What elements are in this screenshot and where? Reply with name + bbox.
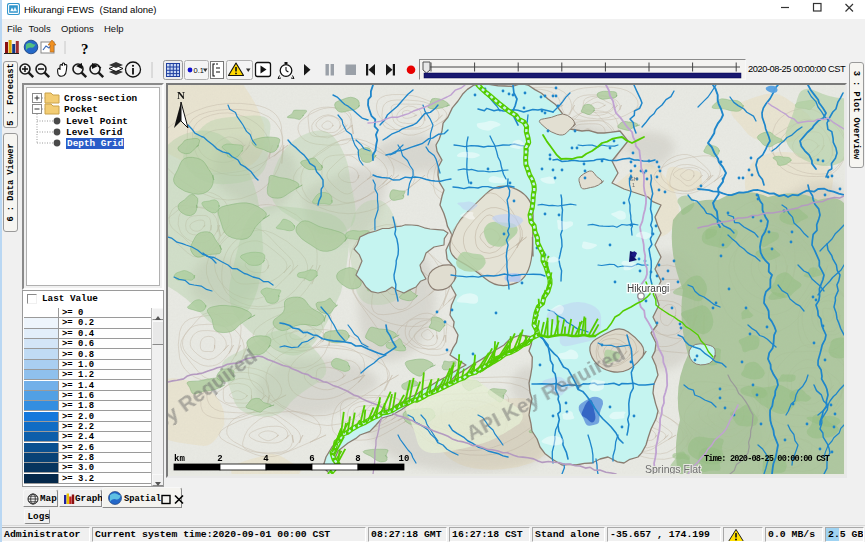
svg-text:4: 4 — [263, 454, 269, 464]
svg-text:10: 10 — [399, 454, 410, 464]
svg-text:Time: 2020-08-25 00:00:00 CST: Time: 2020-08-25 00:00:00 CST — [704, 454, 830, 464]
svg-text:6: 6 — [309, 454, 314, 464]
svg-text:2: 2 — [217, 454, 222, 464]
svg-text:?: ? — [81, 41, 89, 57]
svg-text:Hikurangi: Hikurangi — [627, 283, 669, 294]
svg-text:0.1: 0.1 — [194, 66, 204, 75]
svg-text:Springs Flat: Springs Flat — [645, 463, 701, 474]
svg-text:8: 8 — [355, 454, 360, 464]
svg-text:km: km — [174, 454, 185, 464]
svg-text:N: N — [177, 89, 185, 101]
svg-text:1: 1 — [632, 182, 635, 188]
